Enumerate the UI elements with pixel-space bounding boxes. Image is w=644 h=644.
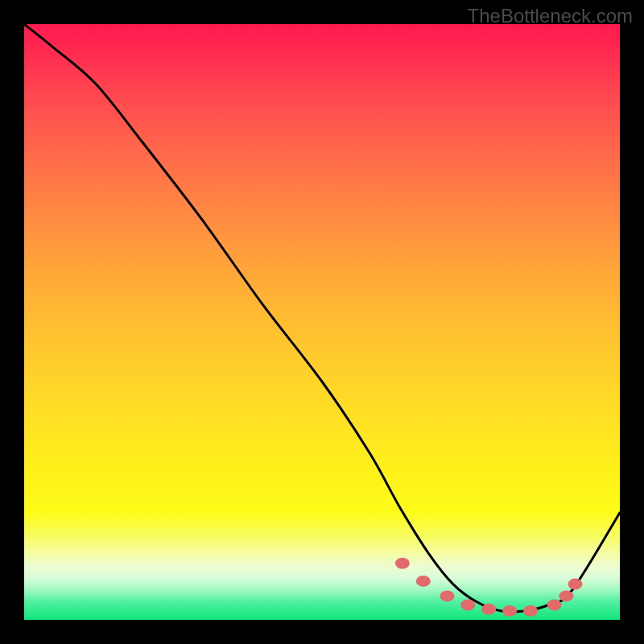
marker-point [523,605,538,617]
curve-line [24,24,620,612]
marker-point [416,576,431,587]
plot-area [24,24,620,620]
marker-point [440,590,454,601]
marker-point [559,590,573,601]
marker-point [547,600,562,611]
marker-point [568,579,583,590]
marker-point [460,600,475,611]
markers-group [395,558,583,617]
marker-point [395,558,410,569]
marker-point [502,605,517,617]
watermark-text: TheBottleneck.com [468,5,633,27]
chart-svg [24,24,620,620]
marker-point [481,604,496,615]
